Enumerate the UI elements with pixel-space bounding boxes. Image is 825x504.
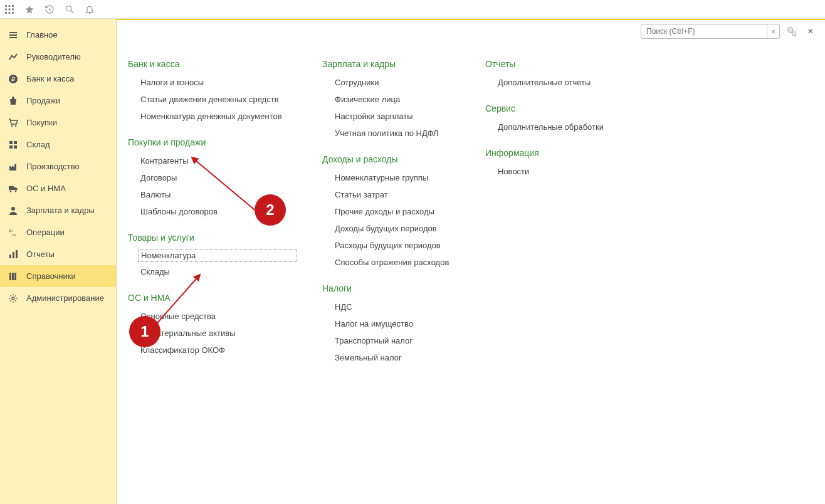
svg-rect-3 [5,8,7,10]
menu-link[interactable]: Номенклатура денежных документов [128,109,297,123]
bars-icon [8,249,19,260]
section-heading[interactable]: Налоги [322,283,460,293]
sidebar-item-label: Покупки [26,118,57,127]
svg-point-32 [790,29,791,31]
search-box[interactable]: × [641,24,780,39]
close-icon[interactable]: × [804,24,817,38]
sidebar-item-11[interactable]: Справочники [0,265,116,287]
menu-link[interactable]: Договоры [128,171,297,185]
sidebar-item-label: Банк и касса [26,74,75,83]
menu-link[interactable]: Статьи затрат [322,187,460,202]
section-heading[interactable]: Покупки и продажи [128,137,297,147]
sidebar-item-9[interactable]: ДтКтОперации [0,221,116,243]
menu-link[interactable]: Прочие доходы и расходы [322,204,460,219]
section-heading[interactable]: Товары и услуги [128,233,297,243]
books-icon [8,271,19,281]
menu-icon [8,30,19,40]
svg-rect-15 [9,141,13,144]
sidebar-item-8[interactable]: Зарплата и кадры [0,199,116,221]
column-0: Банк и кассаНалоги и взносыСтатьи движен… [128,55,297,498]
svg-rect-27 [9,273,11,280]
sidebar-item-4[interactable]: Покупки [0,112,116,134]
menu-link[interactable]: Дополнительные отчеты [485,75,617,90]
menu-link[interactable]: Расходы будущих периодов [322,238,460,253]
sidebar-item-label: Руководителю [26,52,81,61]
sidebar-item-3[interactable]: Продажи [0,90,116,112]
menu-link[interactable]: Земельный налог [322,350,460,365]
apps-icon[interactable] [4,4,15,15]
svg-rect-7 [9,12,11,14]
svg-point-34 [794,33,795,34]
menu-link[interactable]: Валюты [128,187,297,202]
layout: ГлавноеРуководителю₽Банк и кассаПродажиП… [0,19,825,504]
section-heading[interactable]: Сервис [485,103,617,113]
menu-link[interactable]: Налог на имущество [322,317,460,331]
svg-rect-25 [13,252,14,258]
menu-link[interactable]: Дополнительные обработки [485,120,617,134]
chart-icon [8,52,19,62]
sidebar-item-label: Операции [26,228,65,237]
sidebar-item-10[interactable]: Отчеты [0,243,116,265]
section-heading[interactable]: Информация [485,148,617,158]
sidebar-item-label: Склад [26,140,50,149]
ruble-icon: ₽ [8,74,19,84]
section-heading[interactable]: Банк и касса [128,59,297,69]
factory-icon [8,162,19,172]
sidebar-item-label: Отчеты [26,249,55,259]
sidebar-item-7[interactable]: ОС и НМА [0,177,116,199]
sidebar-item-label: Производство [26,162,80,171]
svg-point-9 [66,6,71,11]
sidebar-item-12[interactable]: Администрирование [0,287,116,309]
menu-link[interactable]: Учетная политика по НДФЛ [322,126,460,140]
search-clear-icon[interactable]: × [767,24,779,38]
menu-link[interactable]: Сотрудники [322,75,460,90]
svg-rect-1 [9,5,11,7]
sidebar-item-label: Главное [26,30,58,39]
sidebar-item-5[interactable]: Склад [0,134,116,155]
menu-link[interactable]: Основные средства [128,309,297,323]
column-1: Зарплата и кадрыСотрудникиФизические лиц… [322,55,460,498]
menu-link[interactable]: Физические лица [322,92,460,107]
sidebar-item-2[interactable]: ₽Банк и касса [0,68,116,90]
menu-link[interactable]: Налоги и взносы [128,75,297,90]
svg-rect-17 [9,145,13,149]
menu-link[interactable]: Транспортный налог [322,333,460,348]
section-heading[interactable]: ОС и НМА [128,293,297,303]
menu-link[interactable]: Номенклатура [138,249,297,262]
gear-icon[interactable] [785,24,799,38]
sidebar-item-6[interactable]: Производство [0,155,116,177]
svg-point-14 [15,125,16,126]
menu-link[interactable]: Контрагенты [128,154,297,168]
star-icon[interactable] [24,4,35,15]
menu-link[interactable]: Склады [128,265,297,279]
search-icon[interactable] [64,4,75,15]
boxes-icon [8,140,19,150]
menu-link[interactable]: НДС [322,300,460,314]
bell-icon[interactable] [84,4,95,15]
history-icon[interactable] [44,4,55,15]
menu-link[interactable]: Нематериальные активы [128,326,297,340]
search-input[interactable] [641,27,767,36]
menu-link[interactable]: Новости [485,164,617,179]
bag-icon [8,96,19,106]
sidebar-item-label: Зарплата и кадры [26,206,95,215]
menu-link[interactable]: Шаблоны договоров [128,204,297,219]
menu-link[interactable]: Способы отражения расходов [322,255,460,270]
menu-link[interactable]: Статьи движения денежных средств [128,92,297,107]
svg-rect-24 [9,255,11,258]
sidebar-item-0[interactable]: Главное [0,24,116,46]
sidebar: ГлавноеРуководителю₽Банк и кассаПродажиП… [0,19,117,504]
menu-link[interactable]: Номенклатурные группы [322,171,460,185]
svg-text:Кт: Кт [13,233,16,237]
sidebar-item-1[interactable]: Руководителю [0,46,116,68]
section-heading[interactable]: Доходы и расходы [322,154,460,164]
menu-link[interactable]: Классификатор ОКОФ [128,343,297,357]
menu-link[interactable]: Настройки зарплаты [322,109,460,123]
menu-link[interactable]: Доходы будущих периодов [322,221,460,236]
svg-rect-16 [14,141,17,144]
svg-rect-26 [16,250,18,258]
svg-rect-5 [12,8,14,10]
section-heading[interactable]: Зарплата и кадры [322,59,460,69]
sidebar-item-label: ОС и НМА [26,184,66,193]
section-heading[interactable]: Отчеты [485,59,617,69]
